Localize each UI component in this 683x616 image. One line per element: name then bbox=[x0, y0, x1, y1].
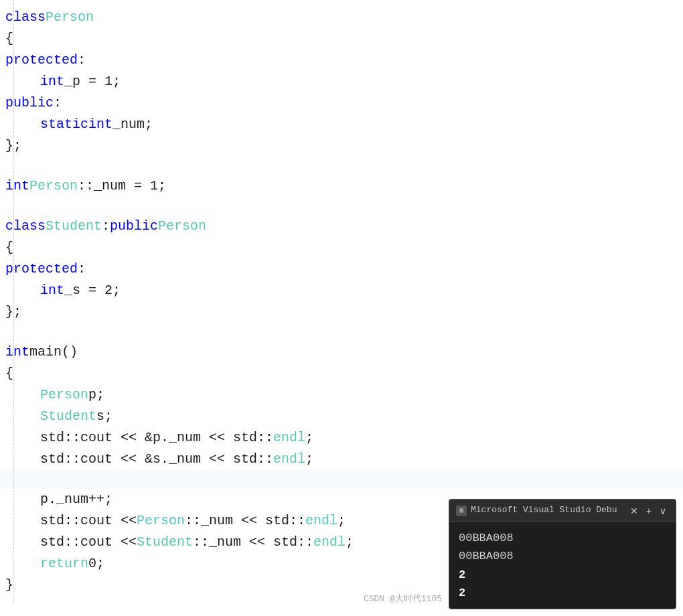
code-token: Person bbox=[158, 216, 206, 237]
code-token: Person bbox=[46, 7, 94, 28]
debug-title: Microsoft Visual Studio Debu bbox=[471, 504, 623, 518]
code-token: { bbox=[5, 363, 13, 384]
code-token: : bbox=[78, 258, 86, 280]
code-token: : bbox=[78, 50, 86, 71]
code-token: endl bbox=[313, 532, 346, 553]
debug-icon: ▣ bbox=[456, 506, 467, 516]
code-line: std::cout << &s._num << std::endl; bbox=[0, 449, 683, 470]
code-token: _p = 1; bbox=[64, 71, 121, 92]
code-token: Student bbox=[46, 216, 102, 237]
debug-add-button[interactable]: + bbox=[643, 506, 654, 516]
debug-collapse-button[interactable]: ∨ bbox=[657, 506, 669, 516]
code-line bbox=[0, 323, 683, 341]
code-line: }; bbox=[0, 135, 683, 157]
csdn-watermark: CSDN @大时代1105 bbox=[364, 593, 442, 607]
code-line bbox=[0, 470, 683, 489]
code-token: Student bbox=[40, 406, 96, 427]
debug-window: ▣ Microsoft Visual Studio Debu ✕ + ∨ 00B… bbox=[449, 499, 676, 609]
code-line bbox=[0, 197, 683, 216]
code-line: int _s = 2; bbox=[0, 280, 683, 301]
code-token: int bbox=[5, 341, 29, 363]
code-token: endl bbox=[273, 449, 305, 470]
code-token: int bbox=[88, 114, 112, 135]
code-token: }; bbox=[5, 301, 21, 323]
code-token: s; bbox=[96, 406, 112, 427]
code-token: static bbox=[40, 114, 88, 135]
code-token: main() bbox=[29, 341, 78, 363]
code-token: public bbox=[110, 216, 158, 237]
code-token: class bbox=[5, 216, 46, 237]
debug-output-line: 2 bbox=[459, 566, 666, 584]
code-line: int _p = 1; bbox=[0, 71, 683, 92]
code-line bbox=[0, 157, 683, 175]
code-token: Person bbox=[137, 510, 185, 532]
code-token: : bbox=[54, 92, 62, 114]
code-token: class bbox=[5, 7, 46, 28]
code-line: }; bbox=[0, 301, 683, 323]
code-token: Person bbox=[40, 384, 88, 406]
code-token: public bbox=[5, 92, 54, 114]
code-line: protected: bbox=[0, 50, 683, 71]
code-token: int bbox=[40, 71, 64, 92]
code-token: endl bbox=[305, 510, 337, 532]
code-token: std::cout << bbox=[40, 510, 137, 532]
code-token: endl bbox=[273, 427, 305, 449]
code-line: class Person bbox=[0, 7, 683, 28]
code-token: ; bbox=[305, 427, 313, 449]
code-line: std::cout << &p._num << std::endl; bbox=[0, 427, 683, 449]
code-token: _num; bbox=[112, 114, 153, 135]
debug-close-button[interactable]: ✕ bbox=[627, 506, 641, 516]
code-token: ::_num = 1; bbox=[78, 175, 166, 197]
debug-output: 00BBA00800BBA00822 bbox=[449, 522, 676, 609]
code-token: }; bbox=[5, 135, 21, 157]
code-token: p; bbox=[88, 384, 104, 406]
code-line: Person p; bbox=[0, 384, 683, 406]
debug-titlebar: ▣ Microsoft Visual Studio Debu ✕ + ∨ bbox=[449, 499, 676, 522]
code-token: 0; bbox=[88, 553, 104, 574]
code-token: Student bbox=[137, 532, 193, 553]
code-token: return bbox=[40, 553, 88, 574]
code-token: : bbox=[102, 216, 110, 237]
code-token: ; bbox=[337, 510, 346, 532]
code-line: protected: bbox=[0, 258, 683, 280]
code-token: { bbox=[5, 237, 13, 258]
code-token: protected bbox=[5, 50, 78, 71]
code-line: int main() bbox=[0, 341, 683, 363]
code-line: { bbox=[0, 237, 683, 258]
code-token: std::cout << &p._num << std:: bbox=[40, 427, 273, 449]
code-token: ; bbox=[346, 532, 354, 553]
code-line: int Person::_num = 1; bbox=[0, 175, 683, 197]
code-token: std::cout << bbox=[40, 532, 137, 553]
code-token: protected bbox=[5, 258, 78, 280]
code-token: p._num++; bbox=[40, 489, 112, 510]
code-line: static int _num; bbox=[0, 114, 683, 135]
code-token: } bbox=[5, 574, 13, 596]
code-line: class Student : public Person bbox=[0, 216, 683, 237]
debug-controls[interactable]: ✕ + ∨ bbox=[627, 506, 669, 516]
code-token: int bbox=[40, 280, 64, 301]
code-token: ::_num << std:: bbox=[185, 510, 305, 532]
code-token: ::_num << std:: bbox=[193, 532, 313, 553]
code-token: { bbox=[5, 28, 13, 50]
code-line: public: bbox=[0, 92, 683, 114]
debug-output-line: 00BBA008 bbox=[459, 547, 666, 565]
code-line: Student s; bbox=[0, 406, 683, 427]
code-line: { bbox=[0, 363, 683, 384]
code-token: std::cout << &s._num << std:: bbox=[40, 449, 273, 470]
code-token: ; bbox=[305, 449, 313, 470]
code-token: int bbox=[5, 175, 29, 197]
code-line: { bbox=[0, 28, 683, 50]
debug-output-line: 2 bbox=[459, 584, 666, 602]
code-token: Person bbox=[29, 175, 78, 197]
debug-output-line: 00BBA008 bbox=[459, 529, 666, 547]
code-token: _s = 2; bbox=[64, 280, 121, 301]
